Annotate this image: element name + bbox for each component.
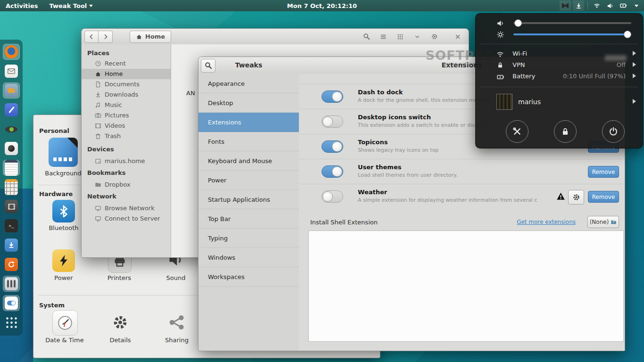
- dock-item-app-grid[interactable]: [3, 314, 20, 330]
- topicons-toggle[interactable]: [322, 140, 343, 153]
- extension-drop-area[interactable]: [308, 230, 624, 342]
- volume-slider[interactable]: [513, 22, 631, 24]
- desktop: Personal Background Hardware Bluetooth P…: [0, 0, 644, 362]
- sidebar-item-pictures[interactable]: Pictures: [82, 110, 171, 121]
- trash-icon: [95, 133, 101, 140]
- settings-item-power[interactable]: [52, 249, 75, 272]
- settings-item-datetime[interactable]: [52, 310, 78, 336]
- app-menu-button[interactable]: Tweak Tool: [44, 0, 99, 11]
- install-shell-extension-label: Install Shell Extension: [310, 219, 378, 226]
- tweaks-sidebar-typing[interactable]: Typing: [198, 229, 299, 248]
- legacy-tray-icon[interactable]: [560, 0, 571, 11]
- tweaks-sidebar-desktop[interactable]: Desktop: [198, 93, 299, 113]
- dock-item-paint[interactable]: [3, 102, 20, 118]
- files-sidebar: Places Recent Home Documents Downloads M…: [82, 44, 171, 257]
- extension-file-chooser-button[interactable]: (None): [587, 216, 619, 228]
- settings-item-label[interactable]: Sound: [150, 274, 202, 281]
- get-more-extensions-link[interactable]: Get more extensions: [517, 219, 576, 225]
- dock-item-terminal[interactable]: >_: [3, 218, 20, 234]
- file-label[interactable]: AN: [186, 90, 195, 97]
- settings-button[interactable]: [506, 120, 528, 143]
- back-button[interactable]: [84, 31, 99, 43]
- settings-item-sharing[interactable]: [165, 311, 188, 334]
- tweaks-sidebar-power[interactable]: Power: [198, 171, 299, 190]
- close-icon[interactable]: [451, 30, 465, 43]
- dock-item-privacy-eye[interactable]: [3, 121, 20, 137]
- tweaks-sidebar-top-bar[interactable]: Top Bar: [198, 209, 299, 229]
- sidebar-item-documents[interactable]: Documents: [82, 79, 171, 90]
- sidebar-item-home[interactable]: Home: [82, 69, 171, 79]
- tweaks-sidebar-workspaces[interactable]: Workspaces: [198, 267, 299, 287]
- actions-gear-icon[interactable]: [427, 30, 441, 43]
- tweaks-sidebar-windows[interactable]: Windows: [198, 248, 299, 267]
- grid-view-icon[interactable]: [393, 30, 407, 43]
- settings-item-label[interactable]: Power: [38, 274, 90, 281]
- settings-item-label[interactable]: Sharing: [151, 337, 203, 344]
- lock-screen-button[interactable]: [554, 120, 577, 143]
- settings-item-bluetooth[interactable]: [52, 200, 75, 222]
- submenu-arrow-icon: [633, 62, 636, 67]
- remove-button[interactable]: Remove: [588, 191, 619, 203]
- sidebar-item-connect-to-server[interactable]: Connect to Server: [82, 214, 171, 224]
- volume-icon: [495, 19, 505, 27]
- server-icon: [95, 215, 101, 222]
- tweaks-sidebar-appearance[interactable]: Appearance: [198, 74, 299, 93]
- dash-to-dock-toggle[interactable]: [322, 90, 343, 103]
- tweaks-sidebar-startup-applications[interactable]: Startup Applications: [198, 190, 299, 209]
- sidebar-item-trash[interactable]: Trash: [82, 131, 171, 141]
- extension-settings-button[interactable]: [568, 190, 584, 205]
- dock-item-settings-sliders[interactable]: [3, 276, 20, 292]
- folder-open-icon: [611, 219, 617, 225]
- power-button[interactable]: [602, 120, 625, 143]
- settings-item-background[interactable]: [49, 138, 78, 167]
- volume-slider-handle[interactable]: [514, 19, 522, 27]
- tweaks-sidebar-keyboard-mouse[interactable]: Keyboard and Mouse: [198, 151, 299, 171]
- dock-item-camera[interactable]: [3, 140, 20, 156]
- battery-icon[interactable]: [618, 0, 629, 11]
- search-icon[interactable]: [359, 30, 373, 43]
- brightness-slider[interactable]: [513, 33, 631, 35]
- dock-item-calculator[interactable]: [3, 179, 20, 195]
- dock-item-tweak-tool[interactable]: [3, 295, 20, 311]
- sidebar-item-browse-network[interactable]: Browse Network: [82, 203, 171, 214]
- dock-item-mail[interactable]: [3, 63, 20, 79]
- tweaks-sidebar-fonts[interactable]: Fonts: [198, 132, 299, 151]
- path-button-home[interactable]: Home: [130, 31, 171, 43]
- submenu-arrow-icon: [633, 74, 636, 78]
- settings-item-label[interactable]: Date & Time: [39, 337, 91, 344]
- sidebar-item-music[interactable]: Music: [82, 100, 171, 110]
- sidebar-heading-places: Places: [87, 48, 109, 58]
- settings-item-label[interactable]: Details: [94, 337, 146, 344]
- sidebar-item-recent[interactable]: Recent: [82, 58, 171, 69]
- weather-toggle[interactable]: [322, 190, 343, 203]
- brightness-icon: [495, 31, 505, 39]
- user-themes-toggle[interactable]: [322, 165, 343, 178]
- dock-item-software-installer[interactable]: [3, 237, 20, 253]
- activities-button[interactable]: Activities: [0, 0, 44, 11]
- dock-item-software-updater[interactable]: [3, 256, 20, 272]
- settings-item-label[interactable]: Printers: [93, 274, 145, 281]
- sidebar-item-dropbox[interactable]: Dropbox: [82, 180, 171, 190]
- dock-item-files[interactable]: [3, 82, 20, 99]
- wifi-icon[interactable]: [591, 0, 603, 11]
- remove-button[interactable]: Remove: [588, 166, 619, 178]
- dock-item-video-editor[interactable]: [3, 198, 20, 214]
- volume-icon[interactable]: [604, 0, 616, 11]
- tools-icon: [512, 127, 522, 136]
- sidebar-heading-bookmarks: Bookmarks: [87, 168, 126, 178]
- sidebar-item-downloads[interactable]: Downloads: [82, 90, 171, 100]
- menu-arrow-icon[interactable]: [631, 0, 642, 11]
- dock-item-firefox[interactable]: [3, 44, 20, 60]
- install-tray-icon[interactable]: [573, 0, 584, 11]
- forward-button[interactable]: [99, 31, 113, 43]
- list-view-icon[interactable]: [376, 30, 390, 43]
- desktop-icons-toggle[interactable]: [322, 115, 343, 128]
- settings-item-details[interactable]: [109, 311, 132, 334]
- zoom-menu-icon[interactable]: [410, 30, 424, 43]
- dock-item-notes[interactable]: [3, 160, 20, 176]
- music-icon: [95, 102, 101, 108]
- brightness-slider-handle[interactable]: [624, 31, 631, 38]
- tweaks-sidebar-extensions[interactable]: Extensions: [198, 113, 299, 132]
- sidebar-item-marius-home[interactable]: marius.home: [82, 156, 171, 166]
- sidebar-item-videos[interactable]: Videos: [82, 121, 171, 131]
